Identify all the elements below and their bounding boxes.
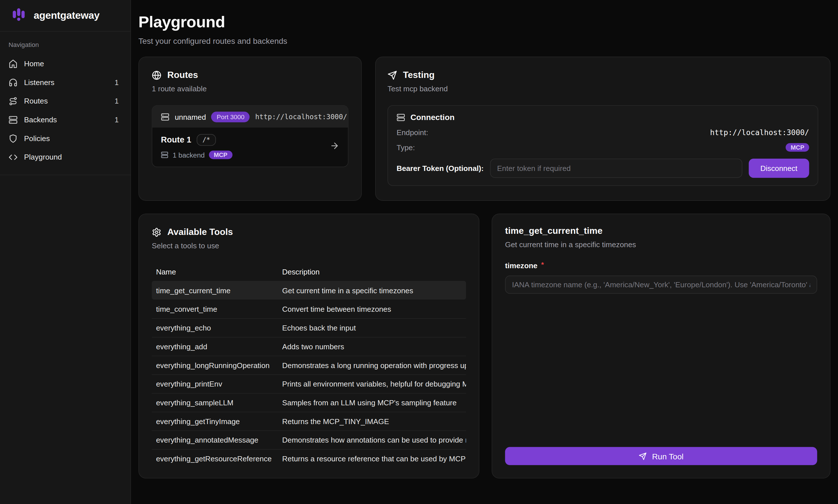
route-row[interactable]: Route 1 /* 1 backend MCP [152,128,348,167]
run-tool-button[interactable]: Run Tool [505,447,817,465]
tool-panel-subtitle: Get current time in a specific timezones [505,240,817,249]
tool-name: everything_getTinyImage [152,417,278,426]
table-row[interactable]: everything_annotatedMessage Demonstrates… [152,430,466,449]
tool-name: everything_longRunningOperation [152,361,278,370]
sidebar-nav: Navigation Home Listeners 1 Routes 1 Bac… [0,32,130,175]
tool-name: everything_annotatedMessage [152,436,278,444]
server-icon [161,151,168,158]
tool-panel-title: time_get_current_time [505,226,817,237]
app: agentgateway Navigation Home Listeners 1… [0,0,838,504]
tool-description: Prints all environment variables, helpfu… [278,380,466,388]
required-marker: * [541,261,544,268]
route-icon [8,96,18,106]
testing-card: Testing Test mcp backend Connection Endp… [375,57,831,201]
agentgateway-logo-icon [11,7,27,23]
brand-logo[interactable]: agentgateway [0,0,130,32]
tool-name: everything_echo [152,324,278,332]
panel-spacer [505,294,817,447]
backends-count-badge: 1 [115,115,122,123]
tool-description: Adds two numbers [278,342,466,351]
sidebar-item-home[interactable]: Home [4,55,126,72]
table-row[interactable]: everything_longRunningOperation Demonstr… [152,356,466,374]
table-row[interactable]: everything_printEnv Prints all environme… [152,374,466,393]
available-tools-card: Available Tools Select a tools to use Na… [138,214,479,479]
testing-card-title: Testing [403,70,435,81]
globe-icon [152,71,161,80]
bearer-token-label: Bearer Token (Optional): [397,164,484,173]
sidebar-item-label: Listeners [24,78,54,87]
tool-run-panel: time_get_current_time Get current time i… [492,214,830,479]
tool-description: Returns the MCP_TINY_IMAGE [278,417,466,426]
send-icon [639,452,647,460]
sidebar-item-label: Home [24,59,44,68]
listener-url: http://localhost:3000/ [255,113,347,121]
table-row[interactable]: everything_getResourceReference Returns … [152,449,466,468]
tool-name: everything_printEnv [152,380,278,388]
arrow-right-icon [330,141,339,152]
backend-count: 1 backend [173,151,205,159]
page-title: Playground [138,13,830,31]
table-row[interactable]: everything_sampleLLM Samples from an LLM… [152,393,466,412]
bearer-token-input[interactable] [490,159,743,178]
connection-box: Connection Endpoint: http://localhost:30… [387,105,818,186]
sidebar-item-label: Policies [24,134,50,143]
run-tool-label: Run Tool [652,451,684,461]
mcp-badge: MCP [209,150,232,159]
endpoint-label: Endpoint: [397,128,428,137]
server-icon [397,113,405,122]
route-name: Route 1 [161,135,191,145]
sidebar-item-backends[interactable]: Backends 1 [4,111,126,128]
sidebar-item-label: Backends [24,115,57,124]
routes-card: Routes 1 route available unnamed Port 30… [138,57,362,201]
tool-description: Convert time between timezones [278,305,466,313]
tool-description: Get current time in a specific timezones [278,286,466,294]
tool-name: time_get_current_time [152,286,278,294]
sidebar-item-routes[interactable]: Routes 1 [4,92,126,109]
table-row[interactable]: everything_getTinyImage Returns the MCP_… [152,412,466,431]
port-badge: Port 3000 [211,111,250,122]
connection-title: Connection [411,113,455,122]
sidebar-item-playground[interactable]: Playground [4,148,126,165]
endpoint-value: http://localhost:3000/ [710,128,809,137]
routes-card-title: Routes [168,70,198,81]
sidebar-item-label: Routes [24,97,48,105]
column-header-name: Name [152,268,278,276]
server-icon [8,115,18,124]
route-path-chip: /* [197,134,216,146]
tool-description: Echoes back the input [278,324,466,332]
tools-card-subtitle: Select a tools to use [152,241,466,250]
gear-icon [152,228,161,237]
sidebar: agentgateway Navigation Home Listeners 1… [0,0,131,504]
sidebar-item-listeners[interactable]: Listeners 1 [4,74,126,91]
listener-group: unnamed Port 3000 http://localhost:3000/… [152,105,348,167]
field-label-text: timezone [505,261,537,270]
timezone-field-label: timezone * [505,261,817,270]
type-label: Type: [397,143,415,151]
route-info: Route 1 /* 1 backend MCP [161,134,232,159]
timezone-input[interactable] [505,276,817,294]
disconnect-button[interactable]: Disconnect [749,159,809,178]
table-row[interactable]: time_get_current_time Get current time i… [152,281,466,300]
table-row[interactable]: everything_echo Echoes back the input [152,318,466,337]
listeners-count-badge: 1 [115,78,122,86]
table-row[interactable]: time_convert_time Convert time between t… [152,300,466,318]
tools-table-header: Name Description [152,263,466,281]
listener-row[interactable]: unnamed Port 3000 http://localhost:3000/ [152,106,348,128]
routes-card-subtitle: 1 route available [152,85,348,93]
column-header-description: Description [278,268,466,276]
tool-description: Samples from an LLM using MCP's sampling… [278,398,466,407]
page-subtitle: Test your configured routes and backends [138,36,830,46]
testing-card-subtitle: Test mcp backend [387,85,818,93]
code-icon [8,152,18,162]
main-content: Playground Test your configured routes a… [131,0,838,504]
tool-name: everything_add [152,342,278,351]
brand-name: agentgateway [34,10,99,21]
sidebar-item-policies[interactable]: Policies [4,130,126,147]
tool-name: everything_sampleLLM [152,398,278,407]
send-icon [387,71,397,80]
tool-description: Demonstrates how annotations can be used… [278,436,466,444]
tool-name: time_convert_time [152,305,278,313]
home-icon [8,59,18,68]
nav-section-label: Navigation [4,41,126,49]
table-row[interactable]: everything_add Adds two numbers [152,337,466,356]
